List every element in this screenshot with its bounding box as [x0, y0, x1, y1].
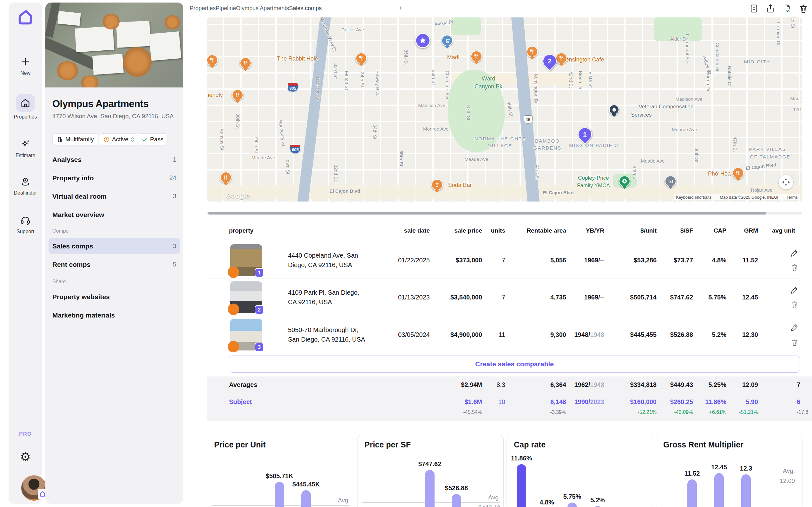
- restaurant-poi-marker[interactable]: [556, 53, 567, 64]
- comp-marker-2[interactable]: 2: [543, 54, 557, 68]
- bar-poi-marker[interactable]: [432, 179, 443, 190]
- keyboard-shortcuts-link[interactable]: Keyboard shortcuts: [676, 195, 711, 200]
- col-header-5: $/unit: [641, 227, 657, 234]
- menu-item-market-overview[interactable]: Market overview: [52, 211, 104, 219]
- document-icon[interactable]: [749, 4, 759, 13]
- menu-item-rent-comps[interactable]: Rent comps: [52, 261, 90, 268]
- subject-property-marker[interactable]: [415, 33, 430, 48]
- sidebar-item-properties[interactable]: Properties: [9, 94, 42, 120]
- delete-comp-icon[interactable]: [791, 338, 799, 346]
- cell-units: 7: [502, 294, 505, 301]
- breadcrumb-item[interactable]: Properties: [190, 5, 216, 11]
- map-label: Vista St: [588, 71, 594, 88]
- shopping-poi-marker[interactable]: [442, 35, 453, 46]
- map-label: 30th St: [235, 113, 241, 129]
- app-logo[interactable]: [9, 9, 42, 31]
- map-label: TALMA: [793, 107, 802, 112]
- restaurant-poi-marker[interactable]: [240, 57, 251, 69]
- menu-item-marketing-materials[interactable]: Marketing materials: [52, 312, 115, 319]
- menu-item-analyses[interactable]: Analyses: [52, 156, 82, 164]
- cell-sale-price: $3,540,000: [450, 294, 482, 301]
- map-label: Veteran Compensation: [639, 104, 694, 110]
- sidebar-item-dealfinder[interactable]: Dealfinder: [9, 176, 42, 196]
- share-icon[interactable]: [766, 4, 775, 13]
- map-label: Copley-Price: [578, 175, 609, 181]
- sidebar-item-estimate[interactable]: Estimate: [9, 139, 42, 158]
- menu-item-virtual-deal-room[interactable]: Virtual deal room: [52, 193, 107, 200]
- menu-item-property-websites[interactable]: Property websites: [52, 293, 110, 301]
- settings-button[interactable]: ⚙: [9, 450, 42, 464]
- map-label: Hawley Blvd: [375, 70, 380, 97]
- menu-item-sales-comps[interactable]: Sales comps: [52, 242, 93, 250]
- cell-sale-date: 01/13/2023: [398, 294, 430, 301]
- comp-marker-1[interactable]: 1: [578, 127, 592, 141]
- map-label: 32nd St: [334, 164, 339, 181]
- chart-bar-label: $445.45K: [293, 481, 320, 488]
- chevron-updown-icon: [131, 136, 135, 142]
- row-address-line2: Diego, CA 92116, USA: [288, 262, 352, 269]
- subject-delta-per_unit: -52.21%: [638, 409, 657, 415]
- breadcrumb-item[interactable]: Pipeline: [216, 5, 236, 11]
- google-map[interactable]: Collier AveAlexia PlAlder DrMadison AveM…: [207, 17, 802, 202]
- map-label: Iowa St: [286, 158, 291, 174]
- highway-shield: 15: [524, 115, 532, 124]
- map-label: Services: [631, 112, 652, 118]
- trash-icon[interactable]: [799, 4, 808, 13]
- avatar[interactable]: [21, 475, 47, 501]
- terms-link[interactable]: Terms: [786, 195, 798, 200]
- col-header-2: units: [491, 227, 505, 234]
- map-label: Family YMCA: [577, 182, 610, 189]
- chart-bar: [687, 480, 697, 507]
- delete-comp-icon[interactable]: [791, 263, 799, 272]
- subject-delta-cap: +6.61%: [709, 409, 726, 415]
- recenter-button[interactable]: [779, 175, 793, 189]
- pdf-icon[interactable]: PDF: [782, 4, 792, 13]
- cell-cap: 5.2%: [712, 331, 726, 338]
- avg-per-sf: $449.43: [670, 381, 693, 389]
- sparkles-icon: [9, 139, 42, 151]
- chart-card-price-per-unit: Price per UnitAvg.$334.82K$505.71K$445.4…: [207, 435, 353, 507]
- edit-comp-icon[interactable]: [791, 323, 799, 331]
- badge-label: Active: [112, 136, 129, 143]
- map-label: OF TALMADGE: [750, 154, 791, 159]
- edit-comp-icon[interactable]: [791, 286, 799, 294]
- edit-comp-icon[interactable]: [791, 249, 799, 257]
- cell-per-sf: $526.88: [670, 331, 693, 338]
- cell-yb-yr: 1969/--: [584, 257, 604, 264]
- cell-grm: 12.45: [742, 294, 758, 301]
- map-label: Madison Av: [790, 96, 802, 101]
- map-label: Fairmount Ave: [685, 34, 690, 64]
- map-label: 46th St: [694, 147, 699, 163]
- restaurant-poi-marker[interactable]: [356, 53, 367, 64]
- services-poi-marker[interactable]: [609, 105, 619, 115]
- table-scrollbar-thumb[interactable]: [208, 212, 766, 215]
- restaurant-poi-marker[interactable]: [207, 55, 218, 66]
- map-label: Madison Ave: [675, 96, 703, 102]
- badge-active[interactable]: Active: [99, 133, 139, 146]
- restaurant-poi-marker[interactable]: [220, 172, 232, 183]
- menu-item-property-info[interactable]: Property info: [52, 174, 94, 182]
- cell-yb-yr: 1948/1948: [574, 331, 604, 338]
- property-panel: Olympus Apartments 4770 Wilson Ave, San …: [45, 3, 183, 504]
- map-label: Monroe Ave: [672, 127, 697, 132]
- sidebar-item-new[interactable]: New: [9, 56, 42, 76]
- restaurant-poi-marker[interactable]: [232, 89, 243, 101]
- breadcrumb-item[interactable]: Olympus Apartments: [236, 5, 289, 11]
- avg-area: 6,364: [550, 381, 566, 389]
- map-pin-icon: [9, 176, 42, 188]
- chart-bar: [593, 506, 602, 507]
- restaurant-poi-marker[interactable]: [471, 51, 482, 62]
- ymca-poi-marker[interactable]: [619, 176, 630, 187]
- museum-poi-marker[interactable]: [665, 176, 676, 187]
- col-header-3: Rentable area: [526, 227, 566, 234]
- restaurant-poi-marker[interactable]: [526, 46, 538, 57]
- delete-comp-icon[interactable]: [791, 300, 799, 308]
- create-sales-comparable-button[interactable]: Create sales comparable: [229, 355, 800, 373]
- subject-yb-yr: 1990/2023: [574, 398, 604, 406]
- restaurant-poi-marker[interactable]: [732, 167, 744, 179]
- cell-sale-price: $4,900,000: [450, 331, 482, 338]
- sidebar-item-support[interactable]: Support: [9, 215, 42, 234]
- chart-bar: [425, 470, 435, 507]
- badge-pass: Pass: [137, 133, 168, 146]
- interstate-shield: 805: [290, 145, 301, 153]
